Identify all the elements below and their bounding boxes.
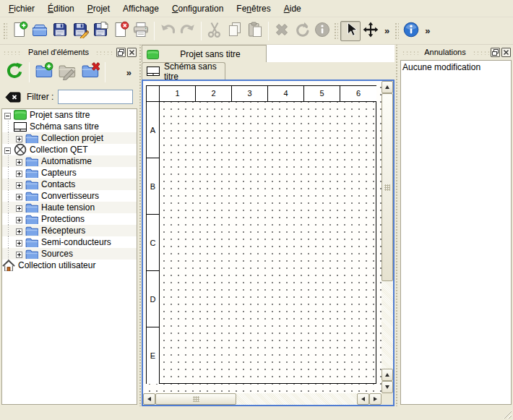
tree-item-sch-ma-sans-titre[interactable]: Schéma sans titre xyxy=(2,121,137,132)
menu-édition[interactable]: Édition xyxy=(41,1,81,16)
tree-item-collection-qet[interactable]: Collection QET xyxy=(2,144,137,155)
tree-expander[interactable] xyxy=(14,202,25,213)
horizontal-scrollbar[interactable] xyxy=(143,393,381,405)
expand-icon[interactable] xyxy=(16,204,22,210)
toolbar-overflow-button[interactable]: » xyxy=(381,25,393,36)
tree-expander[interactable] xyxy=(2,109,14,121)
vertical-scroll-thumb[interactable] xyxy=(381,93,393,281)
tree-expander[interactable] xyxy=(14,213,25,225)
elements-panel-header[interactable]: Panel d'éléments xyxy=(2,46,137,58)
undo-history-list[interactable]: Aucune modification xyxy=(400,60,512,405)
menu-bar: FichierÉditionProjetAffichageConfigurati… xyxy=(0,0,513,17)
dock-grip[interactable] xyxy=(401,50,418,55)
tree-expander[interactable] xyxy=(14,167,25,179)
float-button[interactable] xyxy=(491,48,500,57)
horizontal-scroll-thumb[interactable] xyxy=(155,393,236,405)
tree-guide xyxy=(2,190,14,202)
save-all-button[interactable] xyxy=(90,21,111,41)
toolbar-handle[interactable] xyxy=(2,22,7,40)
tree-item-protections[interactable]: Protections xyxy=(2,213,137,225)
tree-expander[interactable] xyxy=(14,225,25,236)
tree-item-label: Collection QET xyxy=(30,145,88,155)
tree-item-automatisme[interactable]: Automatisme xyxy=(2,155,137,167)
tree-item-projet-sans-titre[interactable]: Projet sans titre xyxy=(2,109,137,121)
move-mode-button[interactable] xyxy=(361,21,381,41)
tree-expander[interactable] xyxy=(14,155,25,167)
tree-item-sources[interactable]: Sources xyxy=(2,248,137,260)
menu-fichier[interactable]: Fichier xyxy=(2,1,41,16)
dock-grip[interactable] xyxy=(2,50,22,55)
toolbar-overflow-button[interactable]: » xyxy=(421,25,434,36)
tree-item-semi-conducteurs[interactable]: Semi-conducteurs xyxy=(2,236,137,248)
tree-item-capteurs[interactable]: Capteurs xyxy=(2,167,137,179)
toolbar-separator xyxy=(29,62,30,82)
horizontal-scroll-track[interactable] xyxy=(236,393,357,405)
menu-projet[interactable]: Projet xyxy=(81,1,116,16)
tree-item-collection-projet[interactable]: Collection projet xyxy=(2,132,137,144)
expand-icon[interactable] xyxy=(16,169,22,176)
resize-grip[interactable] xyxy=(502,409,512,419)
tree-item-r-cepteurs[interactable]: Récepteurs xyxy=(2,225,137,236)
clear-filter-icon[interactable] xyxy=(5,92,21,103)
scroll-down-button[interactable] xyxy=(381,381,393,393)
undo-panel-header[interactable]: Annulations xyxy=(401,46,511,58)
tree-expander[interactable] xyxy=(14,236,25,248)
tree-expander[interactable] xyxy=(2,144,14,155)
new-category-button[interactable] xyxy=(33,61,56,84)
menu-fenêtres[interactable]: Fenêtres xyxy=(230,1,277,16)
tree-expander[interactable] xyxy=(14,179,25,190)
vertical-scrollbar[interactable] xyxy=(381,81,393,393)
dock-grip[interactable] xyxy=(95,50,115,55)
menu-affichage[interactable]: Affichage xyxy=(116,1,165,16)
expand-icon[interactable] xyxy=(16,158,22,164)
close-document-icon xyxy=(112,21,129,41)
scroll-right-button[interactable] xyxy=(369,393,381,405)
tree-item-convertisseurs[interactable]: Convertisseurs xyxy=(2,190,137,202)
save-button[interactable] xyxy=(50,21,70,41)
expand-icon[interactable] xyxy=(16,239,22,245)
expand-icon[interactable] xyxy=(16,134,22,141)
expand-icon[interactable] xyxy=(16,227,22,233)
close-button[interactable] xyxy=(127,48,137,57)
tree-expander[interactable] xyxy=(14,132,25,144)
toolbar-overflow-button[interactable]: » xyxy=(122,67,136,78)
about-info-button[interactable] xyxy=(401,21,421,41)
scroll-up-button[interactable] xyxy=(381,81,393,93)
tree-expander[interactable] xyxy=(14,190,25,202)
paste-button xyxy=(245,21,265,41)
open-document-button[interactable] xyxy=(30,21,50,41)
tab-schema[interactable]: Schéma sans titre xyxy=(142,62,225,80)
undo-list-item[interactable]: Aucune modification xyxy=(402,61,509,73)
delete-category-button[interactable] xyxy=(79,61,102,84)
collapse-icon[interactable] xyxy=(4,111,11,118)
scroll-left-button[interactable] xyxy=(143,393,155,405)
menu-aide[interactable]: Aide xyxy=(277,1,308,16)
expand-icon[interactable] xyxy=(16,181,22,187)
tree-item-contacts[interactable]: Contacts xyxy=(2,179,137,190)
scroll-left-button-2[interactable] xyxy=(357,393,369,405)
vertical-scroll-track[interactable] xyxy=(381,281,393,369)
save-as-button[interactable] xyxy=(70,21,90,41)
toolbar-handle[interactable] xyxy=(333,22,338,40)
filter-input[interactable] xyxy=(58,90,133,104)
schema-canvas[interactable]: 123456 ABCDE xyxy=(143,81,381,393)
scroll-up-button-2[interactable] xyxy=(381,369,393,381)
menu-configuration[interactable]: Configuration xyxy=(165,1,230,16)
tab-project[interactable]: Projet sans titre xyxy=(142,45,267,62)
close-button[interactable] xyxy=(501,48,511,57)
select-mode-button[interactable] xyxy=(340,21,361,41)
float-button[interactable] xyxy=(116,48,126,57)
tree-expander[interactable] xyxy=(14,248,25,260)
new-document-button[interactable] xyxy=(9,21,30,41)
toolbar-handle[interactable] xyxy=(394,22,399,40)
collapse-icon[interactable] xyxy=(4,146,11,153)
dock-grip[interactable] xyxy=(472,50,489,55)
expand-icon[interactable] xyxy=(16,250,22,257)
reload-collections-button[interactable] xyxy=(3,61,26,84)
expand-icon[interactable] xyxy=(16,215,22,222)
close-document-button[interactable] xyxy=(111,21,131,41)
expand-icon[interactable] xyxy=(16,192,22,199)
tree-item-haute-tension[interactable]: Haute tension xyxy=(2,202,137,213)
tree-item-collection-utilisateur[interactable]: Collection utilisateur xyxy=(2,260,137,271)
print-button[interactable] xyxy=(131,21,151,41)
